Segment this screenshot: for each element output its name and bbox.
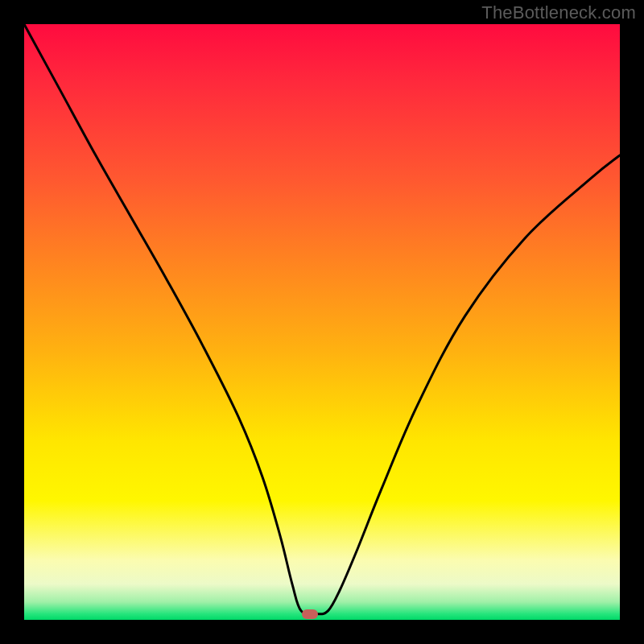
plot-area bbox=[24, 24, 620, 620]
curve-svg bbox=[24, 24, 620, 620]
bottleneck-curve-path bbox=[24, 24, 620, 614]
watermark-text: TheBottleneck.com bbox=[481, 2, 636, 23]
optimum-marker bbox=[302, 609, 318, 619]
chart-frame: TheBottleneck.com bbox=[0, 0, 644, 644]
